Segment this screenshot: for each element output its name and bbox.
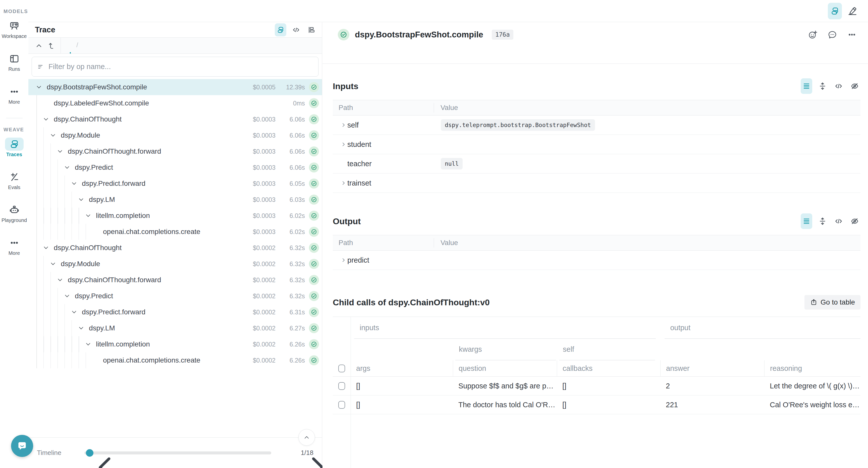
output-row[interactable]: predict — [333, 251, 861, 270]
op-cost: $0.0002 — [238, 309, 276, 316]
op-duration: 6.31s — [279, 309, 305, 316]
support-chat-button[interactable] — [11, 435, 33, 457]
row-checkbox[interactable] — [338, 382, 345, 390]
sidebar-item-runs[interactable]: Runs — [0, 52, 28, 72]
comments-button[interactable] — [827, 29, 838, 40]
chevron-down-icon[interactable] — [56, 276, 64, 284]
trace-view-toggle-button[interactable] — [828, 3, 842, 19]
trace-tree-row[interactable]: dspy.Predict $0.0002 6.32s — [28, 288, 322, 304]
flame-view-button[interactable] — [306, 23, 317, 36]
go-to-table-button[interactable]: Go to table — [804, 295, 861, 310]
op-name: dspy.BootstrapFewShot.compile — [47, 83, 238, 91]
input-row[interactable]: self dspy.teleprompt.bootstrap.Bootstrap… — [333, 116, 861, 135]
go-to-parent-button[interactable] — [46, 39, 57, 52]
select-all-checkbox[interactable] — [338, 365, 345, 372]
chevron-down-icon[interactable] — [49, 260, 57, 268]
unfold-vertical-icon — [818, 82, 827, 91]
trace-tree-row[interactable]: dspy.Module $0.0003 6.06s — [28, 127, 322, 143]
chevron-down-icon[interactable] — [49, 131, 57, 139]
filter-icon — [37, 63, 44, 70]
trace-tree-row[interactable]: dspy.ChainOfThought $0.0002 6.32s — [28, 240, 322, 256]
tree-indent — [28, 352, 91, 368]
child-call-row[interactable]: [] Suppose $f$ and $g$ are pol… [] 2 Let… — [333, 377, 861, 396]
sidebar-item-traces[interactable]: Traces — [0, 137, 28, 157]
expand-rows-button[interactable] — [817, 213, 828, 229]
add-reaction-button[interactable] — [808, 29, 819, 40]
hide-values-button[interactable] — [849, 78, 861, 94]
trace-tree-row[interactable]: dspy.Predict $0.0003 6.06s — [28, 159, 322, 176]
reasoning-cell: Let the degree of \( g(x) \) be… — [764, 382, 861, 390]
tree-view-button[interactable] — [275, 23, 286, 36]
tree-indent — [28, 304, 70, 320]
code-view-button[interactable] — [290, 23, 302, 36]
chevron-right-icon[interactable] — [333, 141, 347, 148]
chevron-down-icon[interactable] — [78, 324, 85, 332]
trace-panel-header: Trace — [28, 22, 322, 38]
chevron-right-icon[interactable] — [333, 257, 347, 263]
hide-values-button[interactable] — [849, 213, 861, 229]
sidebar-item-workspace[interactable]: Workspace — [0, 19, 28, 39]
trace-tree-row[interactable]: dspy.BootstrapFewShot.compile $0.0005 12… — [28, 79, 322, 95]
collapse-all-button[interactable] — [34, 39, 44, 52]
op-filter-input[interactable] — [49, 63, 313, 71]
trace-tree-row[interactable]: dspy.ChainOfThought.forward $0.0003 6.06… — [28, 143, 322, 159]
answer-column-header: answer — [660, 360, 764, 376]
timeline-slider[interactable] — [84, 451, 271, 455]
chevron-down-icon[interactable] — [63, 164, 71, 171]
output-group-header: output — [664, 317, 861, 339]
timeline-slider-knob[interactable] — [86, 449, 93, 457]
chevron-right-icon[interactable] — [333, 180, 347, 186]
chevron-down-icon[interactable] — [63, 292, 71, 300]
overflow-menu-button[interactable] — [847, 29, 858, 40]
chevron-down-icon[interactable] — [35, 83, 43, 91]
trace-tree-row[interactable]: litellm.completion $0.0002 6.26s — [28, 336, 322, 352]
scroll-to-top-button[interactable] — [299, 429, 315, 446]
expand-rows-button[interactable] — [817, 78, 828, 94]
trace-tree-row[interactable]: dspy.Module $0.0002 6.32s — [28, 256, 322, 272]
trace-tree-row[interactable]: openai.chat.completions.create $0.0002 6… — [28, 352, 322, 368]
trace-tree-row[interactable]: dspy.LM $0.0002 6.27s — [28, 320, 322, 336]
json-view-button[interactable] — [833, 78, 844, 94]
trace-tree-row[interactable]: dspy.ChainOfThought $0.0003 6.06s — [28, 111, 322, 127]
chevron-down-icon[interactable] — [84, 212, 92, 219]
list-view-button[interactable] — [801, 78, 812, 94]
chevron-down-icon[interactable] — [70, 180, 78, 187]
chevron-right-icon[interactable] — [333, 122, 347, 128]
breadcrumb-tab[interactable] — [71, 38, 84, 54]
tree-indent — [28, 192, 78, 208]
input-row[interactable]: trainset — [333, 174, 861, 193]
trace-tree-row[interactable]: openai.chat.completions.create $0.0003 6… — [28, 224, 322, 240]
inputs-title: Inputs — [333, 81, 359, 91]
chevron-down-icon[interactable] — [42, 244, 50, 252]
input-row[interactable]: student — [333, 135, 861, 154]
op-cost: $0.0003 — [238, 116, 276, 123]
op-name: dspy.Module — [61, 260, 238, 268]
timeline-bar: Timeline 1/18 — [28, 437, 322, 468]
chevron-down-icon[interactable] — [84, 340, 92, 348]
call-id-badge[interactable]: 176a — [492, 30, 514, 40]
child-call-row[interactable]: [] The doctor has told Cal O'Re… [] 221 … — [333, 396, 861, 414]
trace-tree-row[interactable]: dspy.Predict.forward $0.0002 6.31s — [28, 304, 322, 320]
json-view-button[interactable] — [833, 213, 844, 229]
trace-tree-row[interactable]: litellm.completion $0.0003 6.02s — [28, 208, 322, 224]
chevron-down-icon[interactable] — [42, 116, 50, 123]
timeline-prev-button[interactable] — [67, 449, 75, 457]
trace-tree-row[interactable]: dspy.ChainOfThought.forward $0.0002 6.32… — [28, 272, 322, 288]
sidebar-item-more[interactable]: More — [0, 85, 28, 105]
sidebar-item-playground[interactable]: Playground — [0, 204, 28, 223]
chevron-down-icon[interactable] — [56, 148, 64, 155]
success-status-icon — [309, 179, 319, 189]
trace-tree-row[interactable]: dspy.LM $0.0003 6.03s — [28, 192, 322, 208]
chevron-down-icon[interactable] — [78, 196, 85, 204]
trace-tree-row[interactable]: dspy.LabeledFewShot.compile 0ms — [28, 95, 322, 111]
input-row[interactable]: teacher null — [333, 154, 861, 174]
sidebar-item-evals[interactable]: Evals — [0, 170, 28, 190]
op-duration: 6.05s — [279, 180, 305, 187]
row-checkbox[interactable] — [338, 401, 345, 409]
list-view-button[interactable] — [801, 213, 812, 229]
timeline-next-button[interactable] — [280, 449, 289, 457]
chevron-down-icon[interactable] — [70, 308, 78, 316]
edit-button[interactable] — [845, 3, 860, 19]
trace-tree-row[interactable]: dspy.Predict.forward $0.0003 6.05s — [28, 176, 322, 192]
sidebar-item-more[interactable]: More — [0, 236, 28, 256]
